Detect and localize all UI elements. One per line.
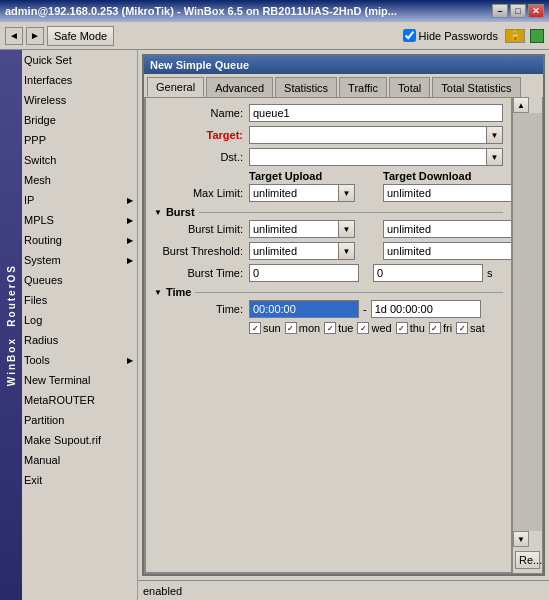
tab-statistics[interactable]: Statistics	[275, 77, 337, 97]
max-limit-download-dropdown: ▼	[383, 184, 512, 202]
log-icon: 📄	[4, 312, 20, 328]
minimize-button[interactable]: –	[492, 4, 508, 18]
interfaces-icon: 🔌	[4, 72, 20, 88]
sidebar-label-wireless: Wireless	[24, 94, 66, 106]
sidebar-item-switch[interactable]: 🔀 Switch	[0, 150, 137, 170]
target-dropdown-btn[interactable]: ▼	[487, 126, 503, 144]
sidebar-item-interfaces[interactable]: 🔌 Interfaces	[0, 70, 137, 90]
fri-checkbox[interactable]: ✓	[429, 322, 441, 334]
day-mon: ✓ mon	[285, 322, 320, 334]
safe-mode-button[interactable]: Safe Mode	[47, 26, 114, 46]
tue-checkbox[interactable]: ✓	[324, 322, 336, 334]
burst-section-line	[199, 212, 503, 213]
burst-threshold-upload-btn[interactable]: ▼	[339, 242, 355, 260]
target-row: Target: ▼	[154, 126, 503, 144]
burst-limit-upload-btn[interactable]: ▼	[339, 220, 355, 238]
burst-limit-download-dropdown: ▼	[383, 220, 512, 238]
sidebar-item-routing[interactable]: 🗺 Routing ▶	[0, 230, 137, 250]
sidebar-item-mpls[interactable]: 📡 MPLS ▶	[0, 210, 137, 230]
tab-general[interactable]: General	[147, 77, 204, 97]
sidebar-item-log[interactable]: 📄 Log	[0, 310, 137, 330]
manual-icon: 📖	[4, 452, 20, 468]
time-dash: -	[363, 303, 367, 315]
scroll-down-btn[interactable]: ▼	[513, 531, 529, 547]
sidebar-item-files[interactable]: 📁 Files	[0, 290, 137, 310]
burst-threshold-fields: ▼ ▼ bits/s	[249, 242, 512, 260]
target-label: Target:	[154, 129, 249, 141]
forward-button[interactable]: ►	[26, 27, 44, 45]
close-button[interactable]: ✕	[528, 4, 544, 18]
sidebar-item-ppp[interactable]: 🔗 PPP	[0, 130, 137, 150]
scroll-track	[513, 113, 542, 531]
tools-icon: 🔧	[4, 352, 20, 368]
sun-checkbox[interactable]: ✓	[249, 322, 261, 334]
tab-traffic[interactable]: Traffic	[339, 77, 387, 97]
hide-passwords-checkbox[interactable]	[403, 29, 416, 42]
back-button[interactable]: ◄	[5, 27, 23, 45]
time-collapse-icon[interactable]: ▼	[154, 288, 162, 297]
sidebar-item-metarouter[interactable]: 🔷 MetaROUTER	[0, 390, 137, 410]
thu-label: thu	[410, 322, 425, 334]
day-sat: ✓ sat	[456, 322, 485, 334]
dst-dropdown-btn[interactable]: ▼	[487, 148, 503, 166]
sidebar: ⚡ Quick Set 🔌 Interfaces 📶 Wireless 🌉 Br…	[0, 50, 138, 600]
wed-checkbox[interactable]: ✓	[357, 322, 369, 334]
burst-time-upload-input[interactable]	[249, 264, 359, 282]
sidebar-item-queues[interactable]: 📋 Queues	[0, 270, 137, 290]
sidebar-label-radius: Radius	[24, 334, 58, 346]
burst-threshold-download-input[interactable]	[383, 242, 512, 260]
target-input[interactable]	[249, 126, 487, 144]
wed-label: wed	[371, 322, 391, 334]
burst-limit-download-input[interactable]	[383, 220, 512, 238]
burst-collapse-icon[interactable]: ▼	[154, 208, 162, 217]
max-limit-download-input[interactable]	[383, 184, 512, 202]
make-supout-icon: 📦	[4, 432, 20, 448]
scroll-up-btn[interactable]: ▲	[513, 97, 529, 113]
sidebar-item-partition[interactable]: 💾 Partition	[0, 410, 137, 430]
max-limit-upload-input[interactable]	[249, 184, 339, 202]
max-limit-fields: ▼ ▼ bits/s	[249, 184, 512, 202]
burst-limit-upload-input[interactable]	[249, 220, 339, 238]
sidebar-item-new-terminal[interactable]: 💻 New Terminal	[0, 370, 137, 390]
maximize-button[interactable]: □	[510, 4, 526, 18]
quick-set-icon: ⚡	[4, 52, 20, 68]
status-bar: enabled	[138, 580, 549, 600]
tab-general-content: Name: Target: ▼ Dst.:	[145, 97, 512, 573]
sidebar-item-system[interactable]: ⚙ System ▶	[0, 250, 137, 270]
max-limit-upload-btn[interactable]: ▼	[339, 184, 355, 202]
name-input[interactable]	[249, 104, 503, 122]
burst-limit-row: Burst Limit: ▼ ▼ bits/s	[154, 220, 503, 238]
sidebar-item-quick-set[interactable]: ⚡ Quick Set	[0, 50, 137, 70]
name-row: Name:	[154, 104, 503, 122]
tab-total[interactable]: Total	[389, 77, 430, 97]
queues-icon: 📋	[4, 272, 20, 288]
sat-checkbox[interactable]: ✓	[456, 322, 468, 334]
mon-checkbox[interactable]: ✓	[285, 322, 297, 334]
sidebar-item-tools[interactable]: 🔧 Tools ▶	[0, 350, 137, 370]
tabs-container: General Advanced Statistics Traffic Tota…	[144, 74, 543, 97]
thu-checkbox[interactable]: ✓	[396, 322, 408, 334]
right-panel: ▲ ▼ Re...	[512, 97, 542, 573]
tab-total-statistics[interactable]: Total Statistics	[432, 77, 520, 97]
sidebar-item-make-supout[interactable]: 📦 Make Supout.rif	[0, 430, 137, 450]
sidebar-item-radius[interactable]: 🔵 Radius	[0, 330, 137, 350]
day-wed: ✓ wed	[357, 322, 391, 334]
sidebar-item-exit[interactable]: 🚪 Exit	[0, 470, 137, 490]
re-button[interactable]: Re...	[515, 551, 540, 569]
sidebar-item-ip[interactable]: 🌐 IP ▶	[0, 190, 137, 210]
sidebar-item-mesh[interactable]: 🕸 Mesh	[0, 170, 137, 190]
burst-threshold-upload-input[interactable]	[249, 242, 339, 260]
ppp-icon: 🔗	[4, 132, 20, 148]
sidebar-label-partition: Partition	[24, 414, 64, 426]
burst-time-download-input[interactable]	[373, 264, 483, 282]
time-from-input[interactable]	[249, 300, 359, 318]
time-to-input[interactable]	[371, 300, 481, 318]
sidebar-item-bridge[interactable]: 🌉 Bridge	[0, 110, 137, 130]
tab-advanced[interactable]: Advanced	[206, 77, 273, 97]
dst-input[interactable]	[249, 148, 487, 166]
burst-section-title: Burst	[166, 206, 195, 218]
sidebar-label-ip: IP	[24, 194, 34, 206]
sidebar-item-manual[interactable]: 📖 Manual	[0, 450, 137, 470]
sidebar-item-wireless[interactable]: 📶 Wireless	[0, 90, 137, 110]
dst-dropdown: ▼	[249, 148, 503, 166]
